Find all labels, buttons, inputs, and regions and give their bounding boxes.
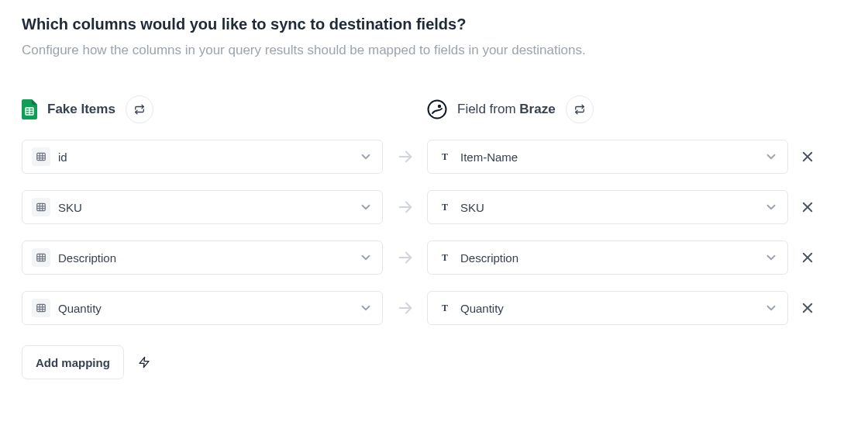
destination-label: Field from Braze	[457, 102, 556, 117]
close-icon	[801, 301, 815, 315]
braze-icon	[427, 99, 447, 119]
remove-mapping-button[interactable]	[797, 196, 818, 218]
svg-rect-22	[37, 254, 46, 261]
source-header: Fake Items	[22, 95, 383, 123]
chevron-down-icon	[359, 301, 373, 315]
svg-point-4	[429, 101, 446, 119]
source-sync-button[interactable]	[126, 95, 153, 123]
column-icon	[32, 147, 50, 166]
chevron-down-icon	[764, 251, 778, 265]
remove-mapping-button[interactable]	[797, 247, 818, 268]
destination-field-select[interactable]: T Quantity	[427, 291, 788, 325]
chevron-down-icon	[764, 150, 778, 164]
destination-sync-button[interactable]	[566, 95, 594, 123]
page-subtitle: Configure how the columns in your query …	[22, 43, 846, 58]
mapping-container: Fake Items	[22, 95, 846, 379]
source-field-select[interactable]: SKU	[22, 190, 383, 224]
mapping-header-row: Fake Items	[22, 95, 846, 123]
chevron-down-icon	[359, 150, 373, 164]
arrow-right-icon	[383, 249, 427, 266]
source-field-label: Description	[58, 251, 351, 265]
destination-field-label: Item-Name	[460, 151, 756, 164]
destination-field-select[interactable]: T Description	[427, 240, 788, 275]
mapping-row: Quantity T Quantity	[22, 291, 846, 325]
arrow-right-icon	[383, 299, 427, 317]
svg-point-5	[438, 105, 441, 108]
arrow-right-icon	[383, 199, 427, 216]
sync-icon	[134, 104, 145, 115]
text-type-icon: T	[437, 151, 453, 163]
svg-rect-6	[37, 153, 46, 160]
destination-name: Braze	[519, 102, 555, 116]
source-name: Fake Items	[47, 102, 115, 117]
text-type-icon: T	[437, 252, 453, 264]
source-field-select[interactable]: Quantity	[22, 291, 383, 325]
mapping-row: SKU T SKU	[22, 190, 846, 224]
column-icon	[32, 248, 50, 267]
source-field-select[interactable]: id	[22, 140, 383, 174]
chevron-down-icon	[359, 251, 373, 265]
destination-field-label: Quantity	[460, 302, 756, 315]
text-type-icon: T	[437, 202, 453, 213]
text-type-icon: T	[437, 303, 453, 314]
chevron-down-icon	[764, 301, 778, 315]
destination-field-label: Description	[460, 251, 756, 265]
google-sheets-icon	[22, 99, 37, 119]
destination-prefix: Field from	[457, 102, 519, 116]
lightning-icon[interactable]	[138, 355, 150, 370]
page-title: Which columns would you like to sync to …	[22, 16, 846, 33]
destination-header: Field from Braze	[427, 95, 788, 123]
svg-rect-30	[37, 304, 46, 311]
close-icon	[801, 150, 815, 164]
source-field-select[interactable]: Description	[22, 240, 383, 275]
column-icon	[32, 299, 50, 317]
remove-mapping-button[interactable]	[797, 297, 818, 319]
close-icon	[801, 251, 815, 265]
arrow-right-icon	[383, 148, 427, 165]
close-icon	[801, 200, 815, 214]
mapping-row: Description T Description	[22, 240, 846, 275]
svg-marker-38	[140, 357, 149, 367]
source-field-label: Quantity	[58, 302, 351, 315]
source-field-label: SKU	[58, 201, 351, 214]
sync-icon	[574, 104, 585, 115]
chevron-down-icon	[359, 200, 373, 214]
remove-mapping-button[interactable]	[797, 146, 818, 168]
add-mapping-button[interactable]: Add mapping	[22, 345, 124, 379]
column-icon	[32, 198, 50, 216]
chevron-down-icon	[764, 200, 778, 214]
mapping-row: id T Item-Name	[22, 140, 846, 174]
svg-rect-14	[37, 203, 46, 210]
source-field-label: id	[58, 151, 351, 164]
footer-row: Add mapping	[22, 345, 846, 379]
destination-field-select[interactable]: T SKU	[427, 190, 788, 224]
destination-field-select[interactable]: T Item-Name	[427, 140, 788, 174]
destination-field-label: SKU	[460, 201, 756, 214]
